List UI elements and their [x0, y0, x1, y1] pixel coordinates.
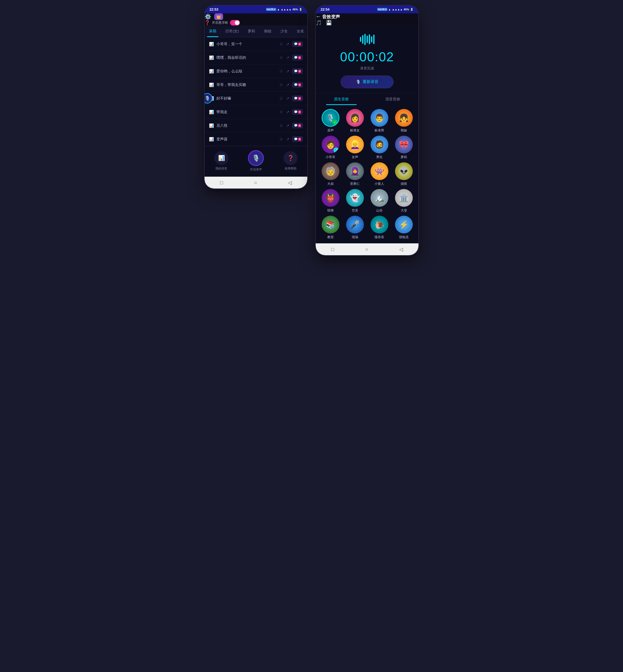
- voice-item-2[interactable]: 📊 爱你哟，么么哒 ☆ ↗ 💬新: [205, 64, 307, 78]
- top-bar-right-section: ❓ 开启悬浮框: [205, 20, 307, 25]
- voice-actions-6: ☆ ↗ 💬新: [279, 123, 303, 128]
- crown-icon[interactable]: 👑: [214, 13, 223, 20]
- floating-toggle[interactable]: [230, 20, 240, 25]
- share-btn-5[interactable]: ↗: [286, 110, 289, 114]
- question-icon[interactable]: ❓: [205, 20, 210, 25]
- share-btn-4[interactable]: ↗: [286, 96, 289, 101]
- circle-btn-right[interactable]: ○: [365, 246, 368, 252]
- nav-help[interactable]: ❓ 使用帮助: [284, 151, 297, 171]
- rerecord-button[interactable]: 🎙️ 重新录音: [340, 76, 393, 88]
- voice-list: 📊 小哥哥，笑一个 ☆ ↗ 💬新 📊 嘿嘿，我会听话的 ☆ ↗ 💬新 📊 爱你哟…: [205, 37, 307, 146]
- effect-xiaogege[interactable]: 🧑 🎙️ 小哥哥: [320, 136, 341, 159]
- back-triangle-btn[interactable]: ◁: [288, 180, 292, 185]
- chat-btn-3[interactable]: 💬新: [292, 82, 303, 87]
- effect-kongling[interactable]: 👻 空灵: [344, 189, 365, 213]
- label-biaozhunv: 标准女: [350, 128, 360, 133]
- selected-check: ✓: [332, 120, 338, 125]
- save-icon[interactable]: 💾: [326, 20, 332, 26]
- tab-luoli[interactable]: 萝莉: [243, 25, 260, 37]
- tab-daomeng[interactable]: 呆萌: [205, 25, 221, 37]
- star-btn-6[interactable]: ☆: [279, 123, 283, 128]
- avatar-nansheng: 🧔: [370, 136, 388, 153]
- avatar-kongling: 👻: [346, 189, 364, 207]
- effect-qiangdianliu[interactable]: ⚡ 强电流: [393, 216, 415, 239]
- avatar-luoli: 🎀: [395, 136, 413, 153]
- tab-yujie[interactable]: 御姐: [260, 25, 276, 37]
- voice-item-7[interactable]: 📊 变声器 ☆ ↗ 💬新: [205, 133, 307, 146]
- playlist-icon[interactable]: 🎵: [316, 20, 322, 26]
- voice-item-3[interactable]: 📊 哥哥，带我去买糖 ☆ ↗ 💬新: [205, 78, 307, 92]
- share-btn-7[interactable]: ↗: [286, 137, 289, 142]
- effect-xiaohuangren[interactable]: 👾 小黄人: [368, 162, 390, 186]
- effect-nvsheng[interactable]: 👱‍♀️ 女声: [344, 136, 365, 159]
- voice-item-1[interactable]: 📊 嘿嘿，我会听话的 ☆ ↗ 💬新: [205, 51, 307, 64]
- share-btn-2[interactable]: ↗: [286, 69, 289, 74]
- effect-nansheng[interactable]: 🧔 男生: [368, 136, 390, 159]
- chat-btn-1[interactable]: 💬新: [292, 55, 303, 60]
- chat-btn-4[interactable]: 💬新: [292, 96, 303, 101]
- back-triangle-btn-right[interactable]: ◁: [399, 246, 403, 252]
- effect-xianchang[interactable]: 🎤 现场: [344, 216, 365, 239]
- waveform-icon: 📊: [218, 155, 225, 161]
- tab-richang[interactable]: 日常(女): [221, 25, 243, 37]
- effect-jiaoshi[interactable]: 📚 教室: [320, 216, 341, 239]
- avatar-jingshu: 👹: [322, 189, 339, 207]
- mic-center-btn[interactable]: 🎙️: [248, 150, 264, 166]
- effect-waiguoren[interactable]: 🧕 歪果仁: [344, 162, 365, 186]
- tab-mix-effect[interactable]: 混音音效: [367, 93, 418, 105]
- label-xiaogege: 小哥哥: [326, 155, 335, 159]
- effect-biaozhunv[interactable]: 👩 标准女: [344, 109, 365, 133]
- effect-dating[interactable]: 🏛️ 大堂: [393, 189, 415, 213]
- back-button[interactable]: ←: [316, 13, 321, 20]
- wave-bar-2: [362, 35, 363, 44]
- chat-btn-7[interactable]: 💬新: [292, 136, 303, 142]
- avatar-yuansheng: 🎙️ ✓: [322, 109, 339, 127]
- tab-original-effect[interactable]: 原生音效: [316, 93, 367, 105]
- effect-luoli[interactable]: 🎀 萝莉: [393, 136, 415, 159]
- settings-icon[interactable]: ⚙️: [205, 13, 211, 20]
- star-btn-4[interactable]: ☆: [279, 96, 283, 101]
- star-btn-1[interactable]: ☆: [279, 55, 283, 60]
- nav-my-voice[interactable]: 📊 我的语音: [214, 151, 228, 171]
- effect-biaozhunan[interactable]: 👨 标准男: [368, 109, 390, 133]
- avatar-biaozhunan: 👨: [370, 109, 388, 127]
- wave-icon-6: 📊: [209, 123, 214, 128]
- square-btn-right[interactable]: □: [331, 246, 334, 252]
- effect-dashu[interactable]: 🧓 大叔: [320, 162, 341, 186]
- star-btn-2[interactable]: ☆: [279, 68, 283, 74]
- share-btn-1[interactable]: ↗: [286, 55, 289, 60]
- nav-start-voice-change[interactable]: 🎙️ 开启变声: [248, 150, 264, 172]
- voice-item-5[interactable]: 📊 带我走 ☆ ↗ 💬新: [205, 105, 307, 119]
- circle-btn[interactable]: ○: [254, 180, 257, 185]
- tab-nvyou[interactable]: 女友: [292, 25, 307, 37]
- chat-btn-0[interactable]: 💬新: [292, 41, 303, 47]
- effect-gaoguai[interactable]: 👽 搞怪: [393, 162, 415, 186]
- effect-jingshu[interactable]: 👹 惊悚: [320, 189, 341, 213]
- effect-mantungun[interactable]: 🐌 慢吞吞: [368, 216, 390, 239]
- voice-item-0[interactable]: 📊 小哥哥，笑一个 ☆ ↗ 💬新: [205, 37, 307, 51]
- voice-item-6[interactable]: 📊 丑八怪 ☆ ↗ 💬新: [205, 119, 307, 133]
- avatar-biaozhunv: 👩: [346, 109, 364, 127]
- effect-yuansheng[interactable]: 🎙️ ✓ 原声: [320, 109, 341, 133]
- voice-item-4[interactable]: 📊 好不好嘛 ☆ ↗ 💬新 🎙️: [205, 92, 307, 105]
- right-phone: 22:54 VoLTE 2 ▲ ▲▲▲▲ 45% 🔋 ← 音效变声 🎵 💾 00…: [315, 5, 419, 256]
- bottom-nav-left: 📊 我的语音 🎙️ 开启变声 ❓ 使用帮助: [205, 146, 307, 177]
- chat-btn-5[interactable]: 💬新: [292, 109, 303, 115]
- square-btn[interactable]: □: [220, 180, 223, 185]
- star-btn-0[interactable]: ☆: [279, 41, 283, 47]
- star-btn-5[interactable]: ☆: [279, 109, 283, 115]
- effect-mengmei[interactable]: 👧 萌妹: [393, 109, 415, 133]
- star-btn-7[interactable]: ☆: [279, 136, 283, 142]
- share-btn-6[interactable]: ↗: [286, 123, 289, 128]
- label-qiangdianliu: 强电流: [399, 235, 409, 239]
- chat-btn-6[interactable]: 💬新: [292, 123, 303, 128]
- star-btn-3[interactable]: ☆: [279, 82, 283, 87]
- label-jiaoshi: 教室: [327, 235, 334, 239]
- active-mic-overlay: 🎙️: [333, 147, 339, 153]
- share-btn-0[interactable]: ↗: [286, 42, 289, 47]
- effect-shangan[interactable]: 🏔️ 山谷: [368, 189, 390, 213]
- share-btn-3[interactable]: ↗: [286, 83, 289, 87]
- chat-btn-2[interactable]: 💬新: [292, 68, 303, 74]
- floating-mic-btn[interactable]: 🎙️: [205, 93, 212, 104]
- tab-shaonv[interactable]: 少女: [276, 25, 292, 37]
